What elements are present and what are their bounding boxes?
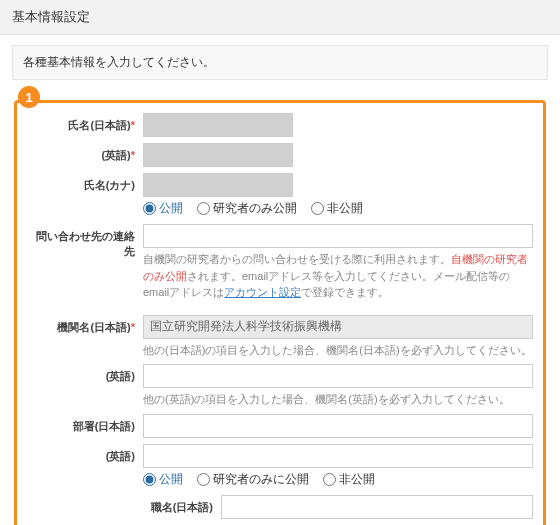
instruction-text: 各種基本情報を入力してください。 (23, 55, 215, 69)
label-name-kana: 氏名(カナ) (27, 173, 143, 193)
row-dept-en: (英語) 公開 研究者のみに公開 非公開 (27, 444, 533, 489)
dialog-title: 基本情報設定 (12, 9, 90, 24)
vis2-opt1[interactable]: 公開 (143, 472, 183, 487)
label-org-en: (英語) (27, 364, 143, 384)
label-contact: 問い合わせ先の連絡先 (27, 224, 143, 259)
label-dept-en: (英語) (27, 444, 143, 464)
input-dept-jp[interactable] (143, 414, 533, 438)
row-name-kana: 氏名(カナ) 公開 研究者のみ公開 非公開 (27, 173, 533, 218)
row-name-jp: 氏名(日本語)* (27, 113, 533, 137)
hint-org-en: 他の(英語)の項目を入力した場合、機関名(英語)を必ず入力してください。 (143, 391, 533, 408)
label-dept-jp: 部署(日本語) (27, 414, 143, 434)
instruction-box: 各種基本情報を入力してください。 (12, 45, 548, 80)
row-name-en: (英語)* (27, 143, 533, 167)
vis2-opt3[interactable]: 非公開 (323, 472, 375, 487)
visibility1-group: 公開 研究者のみ公開 非公開 (143, 197, 533, 218)
vis1-opt2[interactable]: 研究者のみ公開 (197, 201, 297, 216)
input-contact[interactable] (143, 224, 533, 248)
row-position-jp: 職名(日本語) (27, 495, 533, 519)
visibility2-group: 公開 研究者のみに公開 非公開 (143, 468, 533, 489)
row-contact: 問い合わせ先の連絡先 自機関の研究者からの問い合わせを受ける際に利用されます。自… (27, 224, 533, 301)
row-org-jp: 機関名(日本語)* 他の(日本語)の項目を入力した場合、機関名(日本語)を必ず入… (27, 315, 533, 359)
label-name-jp: 氏名(日本語)* (27, 113, 143, 133)
highlight-box: 氏名(日本語)* (英語)* 氏名(カナ) 公開 研究者のみ公開 非公開 問い合… (14, 100, 546, 525)
row-org-en: (英語) 他の(英語)の項目を入力した場合、機関名(英語)を必ず入力してください… (27, 364, 533, 408)
callout-badge-1: 1 (18, 86, 40, 108)
input-name-jp[interactable] (143, 113, 293, 137)
row-dept-jp: 部署(日本語) (27, 414, 533, 438)
account-settings-link[interactable]: アカウント設定 (224, 286, 301, 298)
vis1-opt1[interactable]: 公開 (143, 201, 183, 216)
hint-contact: 自機関の研究者からの問い合わせを受ける際に利用されます。自機関の研究者のみ公開さ… (143, 251, 533, 301)
label-name-en: (英語)* (27, 143, 143, 163)
hint-org-jp: 他の(日本語)の項目を入力した場合、機関名(日本語)を必ず入力してください。 (143, 342, 533, 359)
input-dept-en[interactable] (143, 444, 533, 468)
input-name-kana[interactable] (143, 173, 293, 197)
input-org-jp[interactable] (143, 315, 533, 339)
vis2-opt2[interactable]: 研究者のみに公開 (197, 472, 309, 487)
input-org-en[interactable] (143, 364, 533, 388)
form-area: 1 氏名(日本語)* (英語)* 氏名(カナ) 公開 研究者のみ公開 非公開 (0, 86, 560, 525)
dialog-header: 基本情報設定 (0, 0, 560, 35)
label-position-jp: 職名(日本語) (27, 495, 221, 515)
vis1-opt3[interactable]: 非公開 (311, 201, 363, 216)
label-org-jp: 機関名(日本語)* (27, 315, 143, 335)
input-position-jp[interactable] (221, 495, 533, 519)
input-name-en[interactable] (143, 143, 293, 167)
